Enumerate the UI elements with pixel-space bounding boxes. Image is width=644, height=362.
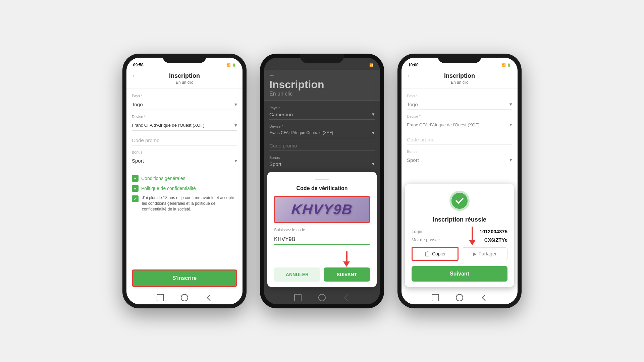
phone-1-notch bbox=[163, 54, 206, 63]
nav-bar-2 bbox=[264, 291, 380, 304]
bonus-group-1: Bonus Sport ▾ bbox=[132, 150, 237, 166]
password-label: Mot de passe : bbox=[412, 237, 440, 242]
actions-container: 📋 Copier ▶ Partager bbox=[412, 247, 507, 261]
nav-back-3[interactable] bbox=[480, 294, 487, 301]
pays-value-3: Togo ▾ bbox=[407, 99, 512, 110]
login-row: Login: 1012004875 bbox=[412, 229, 507, 234]
actions-row: 📋 Copier ▶ Partager bbox=[412, 247, 507, 261]
verification-modal: Code de vérification KHVY9B Saisissez le… bbox=[267, 172, 377, 287]
pays-label-3: Pays * bbox=[407, 94, 512, 98]
modal-handle bbox=[315, 179, 329, 180]
phone-2-shell: ... 📶 ← Inscription En un clic Pays * bbox=[260, 54, 384, 308]
devise-chevron-1: ▾ bbox=[234, 122, 237, 128]
red-arrow-2 bbox=[343, 251, 350, 267]
bonus-label-3: Bonus bbox=[407, 149, 512, 154]
nav-circle-1[interactable] bbox=[181, 294, 188, 301]
pays-chevron-1: ▾ bbox=[234, 101, 237, 108]
nav-home-2[interactable] bbox=[294, 294, 302, 301]
pays-select-1[interactable]: Togo ▾ bbox=[132, 99, 237, 110]
app-header-1: ← Inscription En un clic bbox=[126, 70, 243, 88]
doc-icon-2: ≡ bbox=[132, 185, 139, 192]
dark-header-2: ← Inscription En un clic bbox=[264, 70, 380, 101]
bonus-group-2: Bonus Sport ▾ bbox=[269, 156, 375, 169]
pays-group-1: Pays * Togo ▾ bbox=[132, 94, 237, 110]
captcha-box: KHVY9B bbox=[274, 196, 370, 223]
page-subtitle-1: En un clic bbox=[132, 80, 237, 85]
nav-home-3[interactable] bbox=[432, 294, 439, 301]
devise-value-3: Franc CFA d'Afrique de l'Ouest (XOF) ▾ bbox=[407, 120, 512, 130]
status-time-2: ... bbox=[271, 63, 274, 67]
devise-value-1: Franc CFA d'Afrique de l'Ouest (XOF) bbox=[132, 123, 234, 128]
copy-label: Copier bbox=[432, 251, 446, 256]
nav-home-1[interactable] bbox=[157, 294, 164, 301]
nav-back-1[interactable] bbox=[205, 294, 212, 301]
red-arrow-3 bbox=[469, 227, 476, 245]
status-time-3: 10:00 bbox=[408, 63, 419, 67]
suivant-button-3[interactable]: Suivant bbox=[412, 266, 507, 282]
sincrire-button-1[interactable]: S'inscrire bbox=[132, 269, 237, 287]
copy-button[interactable]: 📋 Copier bbox=[412, 247, 459, 261]
phone-2-screen: ... 📶 ← Inscription En un clic Pays * bbox=[264, 58, 380, 304]
status-time-1: 09:58 bbox=[133, 63, 144, 67]
arrow-stem-3 bbox=[472, 227, 473, 240]
devise-select-1[interactable]: Franc CFA d'Afrique de l'Ouest (XOF) ▾ bbox=[132, 120, 237, 131]
app-header-3: ← Inscription En un clic bbox=[401, 70, 518, 88]
page-title-3: Inscription bbox=[444, 72, 475, 79]
devise-group-1: Devise * Franc CFA d'Afrique de l'Ouest … bbox=[132, 115, 237, 131]
arrow-head bbox=[343, 261, 350, 267]
devise-value-2: Franc CFA d'Afrique Centrale (XAF) ▾ bbox=[269, 130, 375, 138]
back-button-1[interactable]: ← bbox=[132, 72, 138, 79]
form-content-1: Pays * Togo ▾ Devise * Franc CFA d'Afriq… bbox=[126, 88, 243, 265]
modal-buttons: ANNULER SUIVANT bbox=[274, 267, 370, 282]
success-modal: Inscription réussie Login: 1012004875 Mo… bbox=[405, 184, 514, 287]
page-title-2: Inscription bbox=[269, 78, 375, 91]
code-promo-input-1[interactable]: Code promo bbox=[132, 135, 237, 145]
page-title-1: Inscription bbox=[169, 72, 200, 79]
pays-label-2: Pays * bbox=[269, 106, 375, 110]
doc-icon-1: ≡ bbox=[132, 175, 139, 182]
arrow-stem bbox=[346, 251, 347, 261]
nav-circle-2[interactable] bbox=[318, 294, 326, 301]
page-subtitle-2: En un clic bbox=[269, 91, 375, 97]
password-row: Mot de passe : CX6iZTYe bbox=[412, 237, 507, 243]
back-button-3[interactable]: ← bbox=[407, 72, 413, 79]
captcha-input-value[interactable]: KHVY9B bbox=[274, 234, 370, 244]
pays-group-3: Pays * Togo ▾ bbox=[407, 94, 512, 110]
politique-text-1: Politique de confidentialité bbox=[141, 186, 196, 191]
success-icon bbox=[449, 191, 470, 211]
share-label: Partager bbox=[479, 251, 497, 256]
phone-1: 09:58 📶 🔋 ← Inscription En un clic Pays … bbox=[122, 54, 247, 308]
pays-group-2: Pays * Cameroun ▾ bbox=[269, 106, 375, 120]
back-button-2[interactable]: ← bbox=[269, 72, 275, 78]
code-promo-group-2: Code promo bbox=[269, 143, 375, 151]
captcha-input-row: KHVY9B bbox=[274, 234, 370, 245]
suivant-button[interactable]: SUIVANT bbox=[324, 267, 370, 282]
conditions-text-1: Conditions générales bbox=[141, 176, 185, 181]
copy-icon: 📋 bbox=[424, 251, 430, 256]
share-icon: ▶ bbox=[473, 251, 477, 256]
arrow-container bbox=[274, 251, 370, 267]
status-icons-2: 📶 bbox=[369, 63, 373, 67]
devise-label-3: Devise * bbox=[407, 114, 512, 118]
bonus-select-1[interactable]: Sport ▾ bbox=[132, 156, 237, 166]
bonus-value-2: Sport ▾ bbox=[269, 161, 375, 169]
cancel-button[interactable]: ANNULER bbox=[274, 267, 320, 282]
checkbox-1[interactable]: ✓ bbox=[132, 195, 139, 202]
bonus-chevron-1: ▾ bbox=[234, 158, 237, 164]
status-icons-3: 📶 🔋 bbox=[501, 63, 511, 67]
nav-circle-3[interactable] bbox=[456, 294, 463, 301]
devise-label-2: Devise * bbox=[269, 124, 375, 128]
bonus-value-3: Sport ▾ bbox=[407, 155, 512, 165]
pays-value-2: Cameroun ▾ bbox=[269, 111, 375, 120]
checkbox-row-1: ✓ J'ai plus de 18 ans et je confirme avo… bbox=[132, 195, 237, 212]
nav-bar-3 bbox=[401, 291, 518, 304]
code-promo-group-3: Code promo bbox=[407, 135, 512, 145]
conditions-link-1[interactable]: ≡ Conditions générales bbox=[132, 175, 237, 182]
bonus-group-3: Bonus Sport ▾ bbox=[407, 149, 512, 165]
share-button[interactable]: ▶ Partager bbox=[462, 247, 507, 260]
bonus-label-2: Bonus bbox=[269, 156, 375, 160]
phone-3-shell: 10:00 📶 🔋 ← Inscription En un clic Pays … bbox=[397, 54, 522, 308]
devise-group-3: Devise * Franc CFA d'Afrique de l'Ouest … bbox=[407, 114, 512, 130]
politique-link-1[interactable]: ≡ Politique de confidentialité bbox=[132, 185, 237, 192]
nav-back-2[interactable] bbox=[342, 294, 350, 301]
